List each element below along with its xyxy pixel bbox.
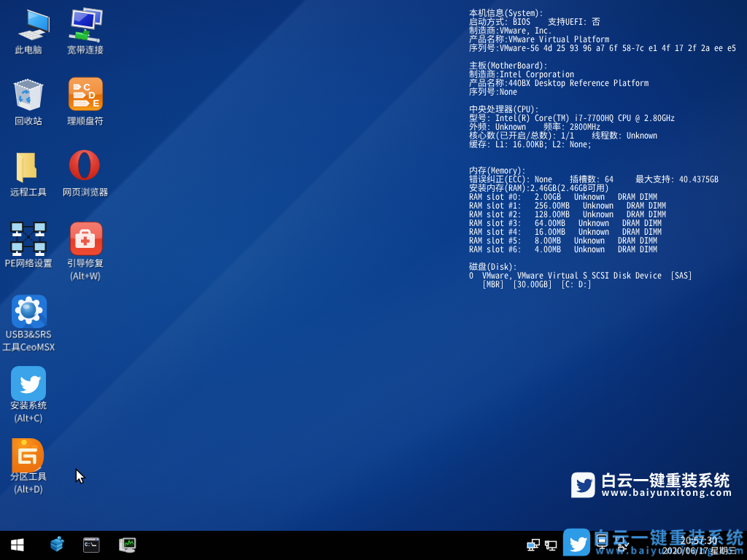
svg-text:E: E — [93, 98, 99, 109]
svg-text:C:\: C:\ — [85, 542, 93, 548]
